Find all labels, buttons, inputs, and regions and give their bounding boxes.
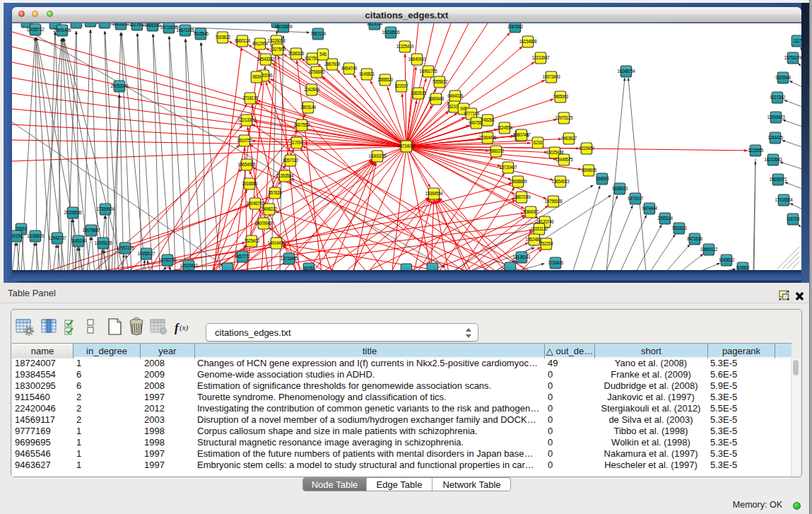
- svg-text:1588520: 1588520: [377, 77, 394, 82]
- svg-text:13654923: 13654923: [552, 179, 570, 184]
- svg-text:7163822: 7163822: [215, 35, 231, 40]
- svg-text:16210643: 16210643: [765, 157, 783, 162]
- svg-text:15720407: 15720407: [500, 165, 518, 170]
- svg-text:12213967: 12213967: [532, 55, 551, 60]
- svg-text:9329946: 9329946: [775, 75, 792, 80]
- svg-text:1733426: 1733426: [548, 260, 564, 265]
- svg-text:9146821: 9146821: [359, 71, 375, 76]
- svg-text:6479197: 6479197: [628, 196, 644, 201]
- svg-text:14055712: 14055712: [27, 27, 45, 32]
- svg-text:9699695: 9699695: [581, 168, 597, 173]
- svg-text:7625402: 7625402: [244, 238, 260, 243]
- svg-text:7515546: 7515546: [193, 31, 209, 36]
- svg-text:7832621: 7832621: [671, 226, 688, 230]
- svg-text:16248754: 16248754: [618, 69, 636, 74]
- svg-text:1527602: 1527602: [129, 23, 146, 27]
- svg-text:10973493: 10973493: [543, 74, 561, 79]
- svg-text:10653267: 10653267: [112, 23, 131, 26]
- svg-text:17359924: 17359924: [97, 206, 115, 211]
- svg-text:10046706: 10046706: [247, 201, 265, 206]
- svg-text:12093423: 12093423: [767, 115, 786, 119]
- svg-text:14914479: 14914479: [268, 240, 286, 245]
- svg-text:11353584: 11353584: [276, 173, 294, 178]
- svg-text:9777169: 9777169: [464, 111, 480, 116]
- svg-text:8471636: 8471636: [687, 236, 703, 241]
- svg-text:20053346: 20053346: [111, 83, 129, 88]
- svg-text:8912954: 8912954: [252, 41, 269, 46]
- svg-text:15751074: 15751074: [784, 55, 801, 60]
- svg-text:12942737: 12942737: [49, 235, 67, 240]
- svg-text:2718176: 2718176: [242, 95, 259, 100]
- svg-text:16151132: 16151132: [531, 226, 548, 231]
- svg-text:7986372: 7986372: [488, 148, 505, 153]
- svg-text:8813054: 8813054: [367, 23, 383, 26]
- svg-text:19654985: 19654985: [238, 162, 257, 167]
- svg-text:16782759: 16782759: [159, 257, 177, 262]
- svg-text:2803144: 2803144: [300, 105, 317, 110]
- svg-text:10688609: 10688609: [510, 179, 528, 184]
- svg-text:8427552: 8427552: [294, 122, 310, 127]
- svg-text:10654112: 10654112: [700, 247, 718, 252]
- svg-text:7485063: 7485063: [553, 94, 569, 99]
- svg-text:2867608: 2867608: [324, 62, 341, 66]
- svg-text:9327505: 9327505: [270, 47, 286, 52]
- svg-text:546: 546: [319, 52, 326, 57]
- svg-text:1624554: 1624554: [497, 125, 513, 130]
- svg-text:12449575: 12449575: [555, 157, 574, 162]
- svg-text:8267110: 8267110: [283, 158, 298, 163]
- svg-text:1145194: 1145194: [71, 238, 86, 243]
- svg-text:164093: 164093: [596, 176, 610, 181]
- svg-text:1362615: 1362615: [411, 90, 427, 95]
- svg-text:7857224: 7857224: [310, 31, 326, 36]
- svg-text:19756928: 19756928: [545, 199, 563, 204]
- svg-text:14136141: 14136141: [513, 255, 531, 259]
- svg-text:822037: 822037: [395, 83, 409, 88]
- svg-text:8756685: 8756685: [309, 69, 325, 74]
- svg-text:12975125: 12975125: [555, 115, 574, 120]
- svg-text:857833: 857833: [269, 190, 283, 195]
- svg-text:8186328: 8186328: [288, 51, 305, 56]
- svg-text:10719155: 10719155: [160, 25, 179, 30]
- svg-text:16961755: 16961755: [420, 69, 438, 74]
- svg-text:13716485: 13716485: [281, 256, 299, 261]
- svg-text:10671355: 10671355: [177, 28, 195, 33]
- svg-text:8660124: 8660124: [235, 38, 251, 43]
- svg-text:12923443: 12923443: [180, 263, 199, 268]
- svg-text:10975887: 10975887: [83, 228, 101, 233]
- svg-text:1810757: 1810757: [237, 138, 253, 143]
- svg-text:(x): (x): [180, 323, 189, 332]
- svg-text:252254: 252254: [540, 241, 554, 246]
- svg-text:10958127: 10958127: [138, 251, 156, 256]
- svg-text:9474444: 9474444: [642, 206, 658, 211]
- svg-text:12213369: 12213369: [238, 117, 257, 122]
- svg-text:20364436: 20364436: [479, 135, 498, 140]
- svg-text:19218506: 19218506: [382, 30, 401, 35]
- svg-text:2087662: 2087662: [507, 24, 524, 29]
- svg-text:1117: 1117: [793, 38, 801, 43]
- svg-text:8938923: 8938923: [612, 186, 628, 191]
- svg-text:6216: 6216: [534, 140, 543, 145]
- svg-text:12905135: 12905135: [95, 240, 113, 245]
- svg-text:20691406: 20691406: [54, 28, 72, 33]
- svg-text:16154808: 16154808: [519, 39, 538, 44]
- svg-text:9227342: 9227342: [770, 95, 786, 100]
- svg-text:6494028: 6494028: [447, 93, 464, 98]
- svg-text:10807487: 10807487: [513, 132, 531, 137]
- svg-text:16033809: 16033809: [275, 24, 293, 29]
- svg-text:9245612: 9245612: [719, 257, 735, 262]
- svg-text:2935114: 2935114: [657, 216, 673, 221]
- svg-text:7955812: 7955812: [432, 79, 448, 84]
- svg-text:13226058: 13226058: [268, 38, 286, 43]
- svg-text:19384554: 19384554: [425, 191, 444, 196]
- svg-text:1244415: 1244415: [767, 135, 784, 140]
- svg-text:17016504: 17016504: [775, 197, 794, 202]
- svg-text:9463627: 9463627: [561, 136, 577, 141]
- svg-text:11325419: 11325419: [396, 44, 414, 49]
- svg-text:15692971: 15692971: [770, 177, 788, 182]
- svg-text:18724007: 18724007: [398, 144, 416, 148]
- svg-text:39154: 39154: [12, 233, 23, 238]
- svg-text:14009948: 14009948: [255, 221, 273, 226]
- svg-text:18807249: 18807249: [513, 194, 531, 199]
- svg-text:116753: 116753: [787, 216, 800, 221]
- svg-text:117004: 117004: [290, 140, 304, 145]
